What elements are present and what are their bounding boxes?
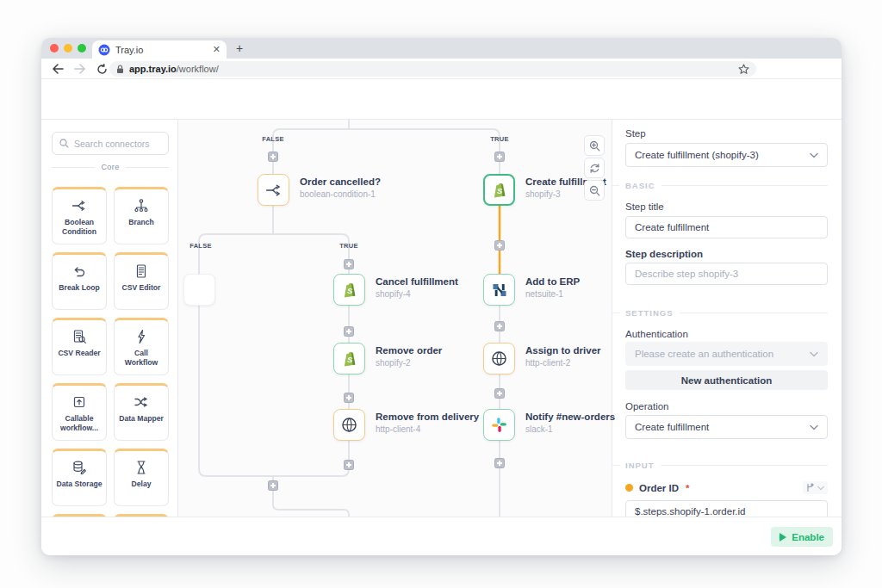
connector-tile-delay[interactable]: Delay (114, 449, 169, 506)
reset-zoom-button[interactable] (584, 158, 605, 178)
workflow-node-assign-to-driver[interactable]: Assign to driverhttp-client-2 (483, 343, 601, 374)
operation-label: Operation (625, 401, 828, 412)
connector-tile-data-storage[interactable]: Data Storage (52, 449, 107, 506)
step-title-label: Step title (625, 201, 828, 212)
add-step-button[interactable] (344, 259, 354, 269)
operation-select[interactable]: Create fulfillment (625, 415, 828, 439)
step-select[interactable]: Create fulfillment (shopify-3) (625, 143, 828, 167)
delay-icon (134, 459, 149, 476)
browser-window: Tray.io ✕ + app.tray.io/workflow/ Order … (41, 38, 842, 555)
order-id-label: Order ID (639, 483, 679, 493)
zoom-in-button[interactable] (584, 135, 605, 156)
workflow-node-add-to-erp[interactable]: Add to ERPnetsuite-1 (483, 274, 580, 306)
add-step-button[interactable] (344, 460, 354, 470)
zoom-out-icon (589, 185, 600, 196)
new-tab-button[interactable]: + (236, 41, 243, 55)
address-bar[interactable]: app.tray.io/workflow/ (109, 61, 756, 77)
browser-tab[interactable]: Tray.io ✕ (92, 40, 227, 59)
input-section-divider: INPUT (625, 461, 828, 470)
add-step-button[interactable] (344, 326, 354, 337)
required-field-dot-icon (625, 484, 633, 492)
search-connectors-input[interactable] (74, 139, 161, 149)
connector-tile-boolean-condition[interactable]: Boolean Condition (52, 187, 107, 244)
add-step-button[interactable] (494, 240, 505, 251)
workflow-node-remove-order[interactable]: S Remove ordershopify-2 (333, 343, 442, 374)
search-connectors-box[interactable] (52, 132, 169, 155)
shopify-icon: S (340, 350, 359, 368)
chevron-down-icon (810, 351, 818, 357)
basic-section-divider: BASIC (625, 181, 828, 190)
step-description-label: Step description (625, 249, 828, 259)
branch-icon (134, 197, 149, 214)
workflow-node-notify-new-orders[interactable]: Notify #new-ordersslack-1 (483, 409, 615, 441)
csv-editor-icon (134, 263, 149, 280)
branch-label-true: TRUE (339, 242, 358, 250)
connector-tile-branch[interactable]: Branch (114, 187, 169, 244)
main-content: Core Boolean Condition Branch Break Loop (41, 120, 842, 517)
add-step-button[interactable] (268, 480, 278, 491)
step-properties-panel: Step Create fulfillment (shopify-3) BASI… (612, 120, 842, 517)
search-icon (59, 139, 69, 148)
enable-workflow-button[interactable]: Enable (771, 527, 833, 547)
callable-workflow-icon (71, 393, 87, 411)
chevron-down-icon (817, 486, 824, 491)
branch-label-true: TRUE (490, 135, 509, 143)
boolean-condition-icon (265, 182, 283, 199)
branch-label-false: FALSE (189, 242, 212, 250)
bookmark-star-icon[interactable] (738, 64, 749, 75)
core-section-divider: Core (52, 163, 169, 171)
globe-icon (490, 350, 508, 368)
connector-tile-callable-workflow[interactable]: Callable workflow... (52, 383, 107, 441)
required-asterisk: * (686, 483, 689, 493)
new-authentication-button[interactable]: New authentication (625, 370, 828, 390)
connector-tile-break-loop[interactable]: Break Loop (52, 252, 107, 310)
order-id-field-row: Order ID* (625, 481, 828, 494)
csv-reader-icon (71, 328, 87, 345)
connector-tiles: Boolean Condition Branch Break Loop CSV … (52, 187, 169, 555)
netsuite-icon (491, 282, 508, 299)
chevron-down-icon (810, 424, 818, 430)
url-text: app.tray.io/workflow/ (129, 64, 733, 74)
boolean-condition-icon (71, 197, 87, 214)
tab-close-icon[interactable]: ✕ (213, 45, 220, 54)
workflow-node-order-cancelled[interactable]: Order cancelled?boolean-condition-1 (258, 174, 381, 206)
svg-text:S: S (496, 186, 502, 195)
connector-tile-data-mapper[interactable]: Data Mapper (114, 383, 169, 441)
minimize-window-icon[interactable] (64, 44, 72, 53)
break-loop-icon (71, 263, 87, 280)
add-step-button[interactable] (494, 152, 505, 162)
workflow-canvas[interactable]: FALSE TRUE FALSE TRUE Order cancelled?bo… (178, 120, 612, 517)
authentication-select[interactable]: Please create an authentication (625, 342, 828, 366)
call-workflow-icon (134, 328, 149, 345)
authentication-label: Authentication (625, 329, 828, 339)
add-step-button[interactable] (494, 321, 505, 331)
connector-tile-call-workflow[interactable]: Call Workflow (114, 318, 169, 375)
refresh-icon (589, 163, 600, 174)
field-mode-toggle[interactable] (803, 481, 828, 494)
data-storage-icon (71, 459, 87, 476)
data-mapper-icon (134, 393, 149, 411)
workflow-node-empty[interactable] (183, 274, 215, 306)
add-step-button[interactable] (268, 152, 278, 162)
connector-tile-csv-reader[interactable]: CSV Reader (52, 318, 107, 375)
step-description-input[interactable] (625, 263, 828, 285)
workflow-node-cancel-fulfillment[interactable]: S Cancel fulfillmentshopify-4 (333, 274, 458, 306)
maximize-window-icon[interactable] (78, 44, 86, 53)
zoom-out-button[interactable] (584, 180, 605, 201)
back-icon[interactable] (52, 64, 64, 74)
step-title-input[interactable] (625, 216, 828, 238)
trayio-favicon-icon (98, 44, 110, 56)
tab-title: Tray.io (115, 45, 208, 55)
add-step-button[interactable] (344, 393, 354, 403)
forward-icon[interactable] (74, 64, 86, 74)
close-window-icon[interactable] (50, 44, 59, 53)
reload-icon[interactable] (96, 64, 108, 75)
add-step-button[interactable] (494, 458, 505, 468)
workflow-node-remove-from-delivery[interactable]: Remove from deliveryhttp-client-4 (333, 409, 479, 441)
globe-icon (340, 416, 358, 434)
shopify-icon: S (490, 181, 509, 200)
add-step-button[interactable] (494, 388, 505, 399)
lock-icon (116, 65, 124, 74)
chevron-down-icon (810, 152, 818, 158)
connector-tile-csv-editor[interactable]: CSV Editor (114, 252, 169, 310)
